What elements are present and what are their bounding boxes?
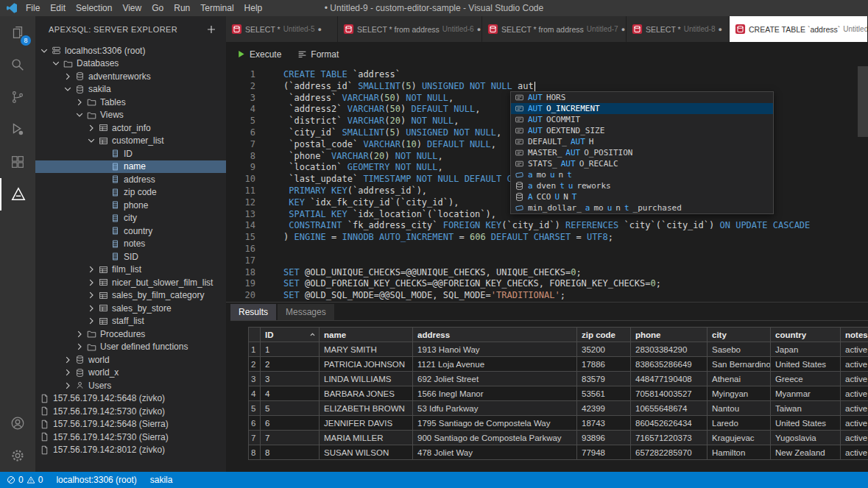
scrollbar-thumb[interactable] (858, 66, 868, 137)
autocomplete-item[interactable]: AUTOCOMMIT (511, 114, 773, 125)
tree-item[interactable]: country (35, 224, 226, 238)
autocomplete-item[interactable]: STATS_AUTO_RECALC (511, 158, 773, 169)
tree-item[interactable]: actor_info (35, 121, 226, 135)
autocomplete-item[interactable]: min_dollar_amount_purchased (511, 202, 773, 213)
tree-item[interactable]: Views (35, 109, 226, 122)
tree-item[interactable]: 157.56.179.142:8012 (zivko) (35, 444, 226, 457)
autocomplete-item[interactable]: AUTOEXTEND_SIZE (511, 125, 773, 136)
tree-item[interactable]: name (35, 160, 226, 174)
accounts-icon[interactable] (0, 407, 35, 439)
editor-tab[interactable]: CREATE TABLE `address`Untitled-9● (730, 16, 868, 42)
result-row[interactable]: 11MARY SMITH1913 Hanoi Way35200283033842… (249, 342, 868, 357)
result-row[interactable]: 33LINDA WILLIAMS692 Joliet Street8357944… (249, 372, 868, 386)
tree-item[interactable]: ID (35, 147, 226, 160)
column-header[interactable] (249, 328, 261, 342)
autocomplete-item[interactable]: adventureworks (511, 180, 773, 191)
explorer-icon[interactable]: 8 (0, 16, 35, 49)
tree-item[interactable]: nicer_but_slower_film_list (35, 276, 226, 289)
result-row[interactable]: 44BARBARA JONES1566 Inegl Manor535617058… (249, 386, 868, 401)
format-button[interactable]: Format (297, 49, 339, 60)
cell: 2 (249, 357, 261, 372)
tree-item[interactable]: 157.56.179.142:5648 (Sierra) (35, 418, 226, 431)
menu-run[interactable]: Run (169, 3, 195, 13)
tree-item[interactable]: localhost:3306 (root) (35, 44, 226, 57)
tree-item[interactable]: Procedures (35, 328, 226, 341)
tree-item-label: world (88, 355, 110, 365)
tree-item[interactable]: 157.56.179.142:5730 (zivko) (35, 405, 226, 418)
tree-item[interactable]: world (35, 353, 226, 367)
database-indicator[interactable]: sakila (147, 475, 173, 485)
column-header[interactable]: phone (631, 328, 708, 342)
settings-icon[interactable] (0, 439, 35, 472)
tree-item[interactable]: phone (35, 199, 226, 212)
cell: 1 (261, 342, 320, 357)
tree-item[interactable]: city (35, 212, 226, 225)
code-editor[interactable]: 1234567891011121314151617181920 CREATE T… (226, 66, 868, 302)
result-row[interactable]: 88SUSAN WILSON478 Joliet Way779486572822… (249, 445, 868, 460)
add-connection-button[interactable] (205, 24, 217, 35)
search-icon[interactable] (0, 49, 35, 81)
editor-scrollbar[interactable] (858, 66, 868, 302)
autocomplete-item[interactable]: ACCOUNT (511, 191, 773, 202)
autocomplete-item[interactable]: AUTHORS (511, 92, 773, 103)
tree-item[interactable]: 157.56.179.142:5730 (Sierra) (35, 431, 226, 444)
editor-tab[interactable]: SELECT *Untitled-5● (226, 16, 338, 42)
extensions-icon[interactable] (0, 146, 35, 178)
result-row[interactable]: 55ELIZABETH BROWN53 Idfu Parkway42399106… (249, 401, 868, 416)
source-control-icon[interactable] (0, 81, 35, 113)
autocomplete-item[interactable]: AUTO_INCREMENT (511, 103, 773, 114)
menu-terminal[interactable]: Terminal (195, 3, 239, 13)
column-header[interactable]: country (771, 328, 841, 342)
run-debug-icon[interactable] (0, 113, 35, 146)
database-icon (514, 181, 524, 191)
vscode-logo-icon (6, 2, 18, 14)
menu-view[interactable]: View (117, 3, 147, 13)
editor-tab[interactable]: SELECT * from addressUntitled-7● (482, 16, 627, 42)
result-row[interactable]: 22PATRICIA JOHNSON1121 Loja Avenue178868… (249, 357, 868, 372)
tree-item[interactable]: zip code (35, 186, 226, 199)
tree-item[interactable]: notes (35, 238, 226, 251)
column-header[interactable]: address (413, 328, 577, 342)
tree-item[interactable]: Databases (35, 57, 226, 71)
tab-messages[interactable]: Messages (278, 304, 334, 320)
connection-indicator[interactable]: localhost:3306 (root) (53, 475, 136, 485)
result-row[interactable]: 66JENNIFER DAVIS1795 Santiago de Compost… (249, 416, 868, 431)
menu-file[interactable]: File (21, 3, 45, 13)
tree-item[interactable]: User defined functions (35, 341, 226, 354)
menu-go[interactable]: Go (147, 3, 169, 13)
tree-item[interactable]: Users (35, 379, 226, 392)
tree-item[interactable]: adventureworks (35, 70, 226, 83)
menu-selection[interactable]: Selection (71, 3, 117, 13)
apexsql-tool-icon[interactable] (0, 178, 35, 211)
column-header[interactable]: ID (261, 328, 320, 342)
sql-file-icon (632, 24, 643, 35)
tree-item[interactable]: 157.56.179.142:5648 (zivko) (35, 392, 226, 406)
autocomplete-item[interactable]: MASTER_AUTO_POSITION (511, 147, 773, 158)
editor-tab[interactable]: SELECT * from addressUntitled-6● (338, 16, 482, 42)
execute-button[interactable]: Execute (236, 49, 281, 60)
tree-item[interactable]: customer_list (35, 135, 226, 148)
column-header[interactable]: city (708, 328, 771, 342)
tab-results[interactable]: Results (230, 304, 276, 320)
problems-indicator[interactable]: 0 0 (7, 475, 43, 485)
tree-item[interactable]: world_x (35, 367, 226, 380)
tab-title: CREATE TABLE `address` (749, 25, 840, 34)
autocomplete-item[interactable]: DEFAULT_AUTH (511, 136, 773, 147)
tree-item[interactable]: sales_by_store (35, 302, 226, 315)
column-header[interactable]: zip code (577, 328, 631, 342)
result-row[interactable]: 77MARIA MILLER900 Santiago de Compostela… (249, 431, 868, 445)
autocomplete-item[interactable]: amount (511, 169, 773, 180)
tree-item[interactable]: SID (35, 250, 226, 264)
tree-item[interactable]: address (35, 173, 226, 186)
column-header[interactable]: name (320, 328, 413, 342)
tree-item[interactable]: sakila (35, 83, 226, 96)
tree-item[interactable]: film_list (35, 264, 226, 277)
menu-help[interactable]: Help (239, 3, 268, 13)
keyword-icon (514, 104, 524, 113)
tree-item[interactable]: sales_by_film_category (35, 289, 226, 303)
editor-tab[interactable]: SELECT *Untitled-8● (627, 16, 730, 42)
column-header[interactable]: notes (841, 328, 868, 342)
tree-item[interactable]: Tables (35, 96, 226, 109)
tree-item[interactable]: staff_list (35, 315, 226, 328)
menu-edit[interactable]: Edit (45, 3, 71, 13)
